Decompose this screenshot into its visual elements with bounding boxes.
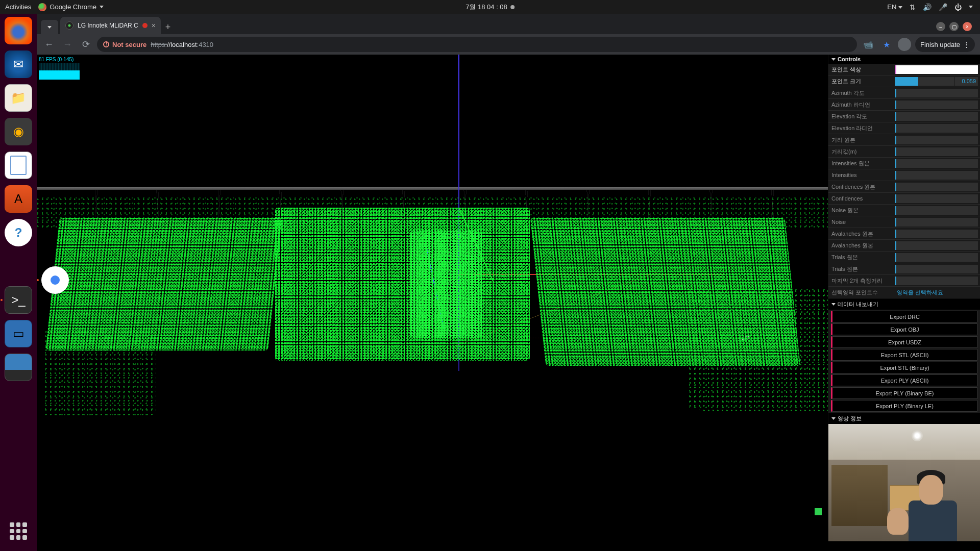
info-label: Intensities <box>828 172 895 178</box>
point-size-value[interactable]: 0.059 <box>954 77 978 86</box>
info-label: Avalanches 원본 <box>828 242 895 249</box>
camera-permission-icon[interactable]: 📹 <box>861 37 875 52</box>
nav-forward[interactable]: → <box>60 37 75 52</box>
tab-close-button[interactable]: × <box>152 21 156 30</box>
export-button[interactable]: Export STL (ASCII) <box>831 349 977 361</box>
recording-indicator-icon <box>142 23 148 28</box>
dock-chrome[interactable] <box>41 266 69 294</box>
row-info: Confidences 원본 <box>828 181 980 193</box>
profile-avatar[interactable] <box>898 38 911 51</box>
chevron-down-icon <box>898 6 902 9</box>
camera-preview <box>828 424 980 541</box>
network-icon[interactable]: ⇅ <box>910 3 916 11</box>
row-info: Confidences <box>828 193 980 205</box>
info-value <box>895 112 978 121</box>
security-chip[interactable]: Not secure <box>103 41 146 48</box>
not-secure-icon <box>103 41 109 47</box>
controls-header[interactable]: Controls <box>828 55 980 64</box>
input-lang[interactable]: EN <box>887 3 902 11</box>
row-info: Noise <box>828 216 980 228</box>
last-two-distance-value <box>895 277 978 285</box>
url-text: https://localhost:4310 <box>151 41 213 48</box>
dock-rhythmbox[interactable]: ◉ <box>5 118 32 145</box>
clock-label[interactable]: 7월 18 04 : 08 <box>465 3 507 12</box>
row-info: Intensities <box>828 169 980 181</box>
dock-displays[interactable] <box>5 354 32 381</box>
dock-screenshot[interactable]: ▭ <box>5 320 32 347</box>
lidar-viewport[interactable]: 81 FPS (0-145) 1m Controls <box>37 55 980 551</box>
app-menu-label: Google Chrome <box>50 3 96 11</box>
export-button[interactable]: Export PLY (Binary LE) <box>831 400 977 412</box>
tab-favicon <box>65 21 74 30</box>
mic-icon[interactable]: 🎤 <box>939 3 947 11</box>
chrome-icon <box>38 3 46 11</box>
export-title: 데이터 내보내기 <box>838 300 878 308</box>
export-folder-header[interactable]: 데이터 내보내기 <box>828 298 980 310</box>
export-button[interactable]: Export PLY (ASCII) <box>831 374 977 386</box>
info-value <box>895 265 978 273</box>
activities-button[interactable]: Activities <box>5 3 31 11</box>
row-info: Intensities 원본 <box>828 158 980 169</box>
row-info: Avalanches 원본 <box>828 240 980 252</box>
chevron-down-icon <box>969 6 973 8</box>
window-minimize[interactable]: – <box>936 22 945 31</box>
video-folder-header[interactable]: 영상 정보 <box>828 413 980 424</box>
window-maximize[interactable]: ▢ <box>949 22 959 31</box>
point-size-slider[interactable] <box>896 77 954 86</box>
finish-update-button[interactable]: Finish update ⋮ <box>915 37 975 52</box>
export-button[interactable]: Export PLY (Binary BE) <box>831 387 977 399</box>
dock-thunderbird[interactable]: ✉ <box>5 51 32 78</box>
info-value <box>895 101 978 109</box>
gnome-top-bar: Activities Google Chrome 7월 18 04 : 08 E… <box>0 0 980 14</box>
show-applications[interactable] <box>5 517 32 545</box>
row-info: Elevation 라디언 <box>828 122 980 134</box>
browser-tab[interactable]: LG Innotek MLiDAR C × <box>60 17 161 34</box>
info-label: Noise 원본 <box>828 207 895 214</box>
dock-firefox[interactable] <box>5 17 32 44</box>
info-label: Avalanches 원본 <box>828 230 895 238</box>
nav-back[interactable]: ← <box>42 37 56 52</box>
window-close[interactable]: × <box>963 22 972 31</box>
row-info: Azimuth 라디언 <box>828 99 980 111</box>
export-button[interactable]: Export USDZ <box>831 336 977 348</box>
info-value <box>895 218 978 227</box>
dock-terminal[interactable]: >_ <box>5 286 32 314</box>
point-size-control[interactable]: 0.059 <box>895 77 978 86</box>
info-label: 거리 원본 <box>828 136 895 144</box>
info-label: Trials 원본 <box>828 265 895 273</box>
info-value <box>895 159 978 168</box>
chevron-down-icon <box>100 6 104 8</box>
notification-dot-icon <box>510 5 514 9</box>
indicator-square <box>815 508 822 515</box>
chrome-window: LG Innotek MLiDAR C × + – ▢ × ← → ⟳ Not … <box>37 14 980 551</box>
export-button[interactable]: Export OBJ <box>831 323 977 335</box>
omnibox[interactable]: Not secure https://localhost:4310 <box>97 37 857 52</box>
person-silhouette <box>898 465 965 541</box>
new-tab-button[interactable]: + <box>161 20 175 34</box>
info-value <box>895 230 978 238</box>
row-point-color[interactable]: 포인트 색상 <box>828 64 980 76</box>
export-button[interactable]: Export STL (Binary) <box>831 362 977 373</box>
tab-title: LG Innotek MLiDAR C <box>78 22 138 29</box>
point-color-swatch[interactable] <box>895 65 978 74</box>
search-tabs-button[interactable] <box>41 20 58 34</box>
dock-help[interactable]: ? <box>5 219 32 246</box>
ubuntu-dock: ✉ 📁 ◉ A ? >_ ▭ <box>0 14 37 551</box>
app-menu[interactable]: Google Chrome <box>38 3 104 11</box>
row-info: 거리값(m) <box>828 146 980 158</box>
dock-software[interactable]: A <box>5 185 32 213</box>
dock-libreoffice[interactable] <box>5 152 32 179</box>
bookmark-star-icon[interactable]: ★ <box>879 37 894 52</box>
dock-files[interactable]: 📁 <box>5 84 32 112</box>
info-value <box>895 147 978 156</box>
volume-icon[interactable]: 🔊 <box>923 3 932 11</box>
chevron-down-icon <box>831 303 836 306</box>
info-value <box>895 206 978 215</box>
info-label: Elevation 라디언 <box>828 124 895 132</box>
info-label: 거리값(m) <box>828 148 895 156</box>
row-point-size[interactable]: 포인트 크기 0.059 <box>828 76 980 87</box>
power-icon[interactable]: ⏻ <box>954 3 962 11</box>
nav-reload[interactable]: ⟳ <box>79 37 93 52</box>
export-button[interactable]: Export DRC <box>831 311 977 322</box>
fps-meter: 81 FPS (0-145) <box>39 57 80 80</box>
